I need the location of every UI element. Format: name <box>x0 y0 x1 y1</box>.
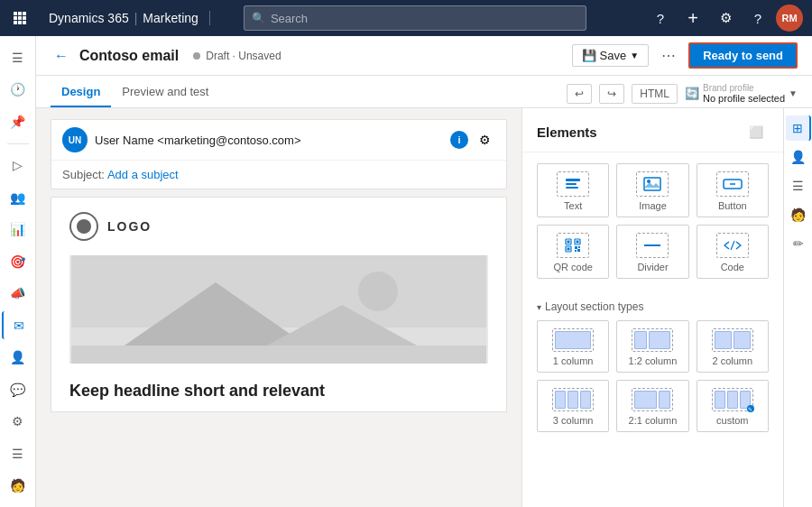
logo-inner <box>77 219 91 234</box>
button-label: Button <box>718 200 747 211</box>
layout-2col[interactable]: 2 column <box>697 320 769 373</box>
qr-label: QR code <box>553 262 592 272</box>
right-list-icon[interactable]: ☰ <box>786 173 811 198</box>
brand-profile-selector[interactable]: 🔄 Brand profile No profile selected ▼ <box>685 83 798 104</box>
layout-12col[interactable]: 1:2 column <box>616 320 688 373</box>
layout-custom[interactable]: ✎ custom <box>697 380 769 432</box>
chevron-icon: ▾ <box>537 302 541 312</box>
element-image[interactable]: Image <box>616 163 688 217</box>
help-search-icon[interactable]: ? <box>646 4 675 32</box>
right-elements-icon[interactable]: ⊞ <box>786 115 811 141</box>
layout-label: Layout section types <box>545 300 643 313</box>
info-icon[interactable]: i <box>450 131 468 149</box>
back-button[interactable]: ← <box>51 48 72 64</box>
user-avatar[interactable]: RM <box>776 5 803 32</box>
svg-rect-0 <box>14 12 17 15</box>
sidebar-speech-icon[interactable]: 💬 <box>2 375 34 404</box>
right-icons-panel: ⊞ 👤 ☰ 🧑 ✏ <box>783 108 812 507</box>
button-element-icon <box>716 171 749 197</box>
svg-rect-10 <box>71 255 486 327</box>
divider-label: Divider <box>637 262 668 272</box>
svg-rect-30 <box>578 246 580 248</box>
undo-button[interactable]: ↩ <box>567 84 592 104</box>
svg-rect-7 <box>18 21 22 24</box>
html-button[interactable]: HTML <box>632 84 678 104</box>
layout-21col[interactable]: 2:1 column <box>616 380 688 432</box>
text-element-icon <box>557 171 589 197</box>
layout-1col[interactable]: 1 column <box>537 320 609 373</box>
more-options-button[interactable]: ⋯ <box>656 43 681 69</box>
elements-title: Elements <box>537 124 597 140</box>
sidebar-people-icon[interactable]: 👥 <box>2 183 34 212</box>
sidebar-megaphone-icon[interactable]: 📣 <box>2 279 34 308</box>
question-icon[interactable]: ? <box>743 4 772 32</box>
settings-from-icon[interactable]: ⚙ <box>474 129 495 151</box>
tabs-actions: ↩ ↪ HTML 🔄 Brand profile No profile sele… <box>567 83 798 107</box>
right-people-icon[interactable]: 👤 <box>786 144 811 170</box>
add-icon[interactable]: + <box>678 4 707 32</box>
layout-section-label: ▾ Layout section types <box>522 297 783 320</box>
element-divider[interactable]: Divider <box>616 225 688 279</box>
sidebar-user-icon[interactable]: 👤 <box>2 343 34 372</box>
svg-rect-5 <box>23 16 26 20</box>
logo-circle <box>69 212 98 241</box>
divider-element-icon <box>636 233 669 258</box>
sidebar-settings2-icon[interactable]: ⚙ <box>2 407 34 436</box>
layout-3col[interactable]: 3 column <box>537 380 609 432</box>
svg-rect-2 <box>23 12 26 15</box>
svg-point-20 <box>647 180 651 183</box>
layout-2col-label: 2 column <box>713 355 753 366</box>
email-body: LOGO <box>51 197 507 412</box>
main-layout: ☰ 🕐 📌 ▷ 👥 📊 🎯 📣 ✉ 👤 💬 ⚙ ☰ 🧑 ← Contoso em… <box>0 36 812 507</box>
svg-rect-32 <box>577 249 580 252</box>
tab-preview[interactable]: Preview and test <box>111 85 219 107</box>
email-logo-row: LOGO <box>51 198 506 255</box>
element-code[interactable]: Code <box>697 225 769 279</box>
panel-expand-icon[interactable]: ⬜ <box>743 119 769 144</box>
html-label: HTML <box>640 88 669 100</box>
email-subject-row: Subject: Add a subject <box>51 161 506 189</box>
element-text[interactable]: Text <box>537 163 609 217</box>
settings-icon[interactable]: ⚙ <box>711 4 740 32</box>
email-canvas-wrap: UN User Name <marketing@contoso.com> i ⚙… <box>36 108 812 507</box>
right-person2-icon[interactable]: 🧑 <box>786 202 811 227</box>
tab-design[interactable]: Design <box>51 85 111 107</box>
sidebar-list-icon[interactable]: ☰ <box>2 439 34 468</box>
image-label: Image <box>639 200 667 211</box>
sidebar-recent-icon[interactable]: 🕐 <box>2 76 34 105</box>
svg-rect-17 <box>566 187 578 189</box>
email-header-box: UN User Name <marketing@contoso.com> i ⚙… <box>51 119 507 189</box>
svg-rect-4 <box>18 16 22 20</box>
sidebar-email-icon[interactable]: ✉ <box>2 311 34 340</box>
svg-rect-18 <box>644 178 660 190</box>
sidebar-menu-icon[interactable]: ☰ <box>2 43 34 72</box>
grid-menu-icon[interactable] <box>9 7 31 29</box>
sidebar-play-icon[interactable]: ▷ <box>2 151 34 180</box>
sidebar-person2-icon[interactable]: 🧑 <box>2 471 34 500</box>
layout-12col-label: 1:2 column <box>629 355 678 366</box>
search-placeholder: Search <box>271 12 308 25</box>
search-bar[interactable]: 🔍 Search <box>244 5 586 31</box>
sender-name: User Name <marketing@contoso.com> <box>95 134 443 147</box>
save-label: Save <box>600 49 627 62</box>
code-label: Code <box>721 262 744 272</box>
save-icon: 💾 <box>582 49 596 62</box>
email-canvas: UN User Name <marketing@contoso.com> i ⚙… <box>36 108 521 507</box>
sidebar-chart-icon[interactable]: 📊 <box>2 215 34 244</box>
save-button[interactable]: 💾 Save ▼ <box>572 44 650 67</box>
text-label: Text <box>564 200 582 211</box>
layout-row-1: 1 column 1:2 column <box>537 320 769 373</box>
redo-button[interactable]: ↪ <box>599 84 624 104</box>
subject-link[interactable]: Add a subject <box>107 168 179 181</box>
top-nav: Dynamics 365 | Marketing 🔍 Search ? + ⚙ … <box>0 0 812 36</box>
sidebar-pin-icon[interactable]: 📌 <box>2 107 34 136</box>
save-dropdown-icon[interactable]: ▼ <box>630 51 639 60</box>
elements-row-1: Text Image <box>537 163 769 217</box>
element-button[interactable]: Button <box>697 163 769 217</box>
element-qr[interactable]: QR code <box>537 225 609 279</box>
ready-to-send-button[interactable]: Ready to send <box>688 42 798 69</box>
sidebar-target-icon[interactable]: 🎯 <box>2 247 34 276</box>
brand-profile-label: Brand profile <box>703 83 785 93</box>
right-pencil-icon[interactable]: ✏ <box>786 231 811 256</box>
email-image-placeholder <box>69 255 488 364</box>
